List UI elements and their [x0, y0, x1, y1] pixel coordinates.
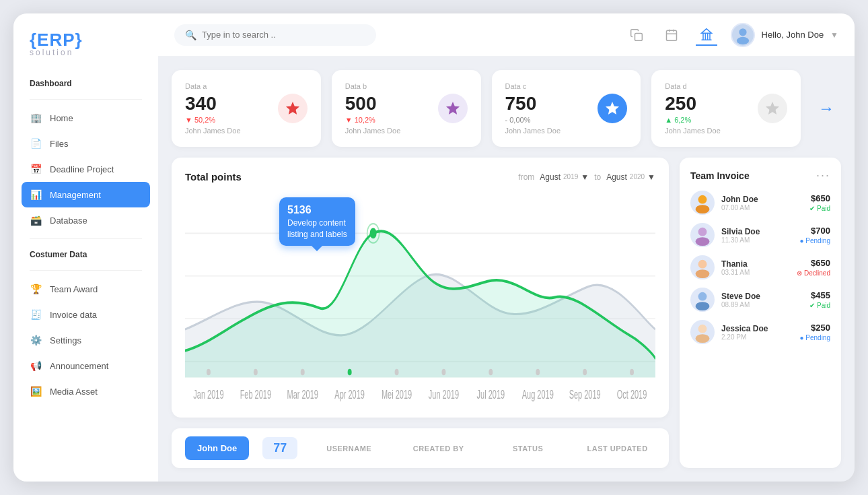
team-invoice-panel: Team Invoice ··· John Doe 07.00 AM $650	[680, 158, 841, 468]
sidebar-item-announcement[interactable]: 📢 Announcement	[13, 353, 158, 378]
invoice-name-jessica: Jessica Doe	[721, 324, 793, 333]
from-dropdown[interactable]: Agust 2019 ▼	[540, 172, 589, 182]
svg-point-33	[696, 237, 710, 246]
home-icon: 🏢	[30, 112, 42, 124]
announcement-icon: 📢	[30, 360, 42, 372]
chart-section: Total points from Agust 2019 ▼ to	[172, 158, 669, 468]
invoice-name-silvia: Silvia Doe	[721, 227, 793, 236]
invoice-icon: 🧾	[30, 308, 42, 321]
invoice-avatar-silvia	[690, 223, 715, 247]
invoice-item-john: John Doe 07.00 AM $650 ✔ Paid	[690, 191, 830, 215]
stat-info-c: Data c 750 - 0,00% John James Doe	[505, 82, 561, 135]
chart-card: Total points from Agust 2019 ▼ to	[172, 158, 669, 418]
sidebar-item-label: Media Asset	[50, 387, 98, 397]
chart-svg: Jan 2019 Feb 2019 Mar 2019 Apr 2019 Mei …	[185, 191, 655, 404]
management-icon: 📊	[30, 189, 42, 201]
sidebar-item-invoice-data[interactable]: 🧾 Invoice data	[13, 302, 158, 327]
search-box[interactable]: 🔍	[174, 24, 376, 46]
copy-icon-btn[interactable]	[626, 24, 647, 46]
score-badge: 77	[262, 437, 297, 459]
invoice-info-silvia: Silvia Doe 11.30 AM	[721, 227, 793, 244]
stat-info-b: Data b 500 ▼ 10,2% John James Doe	[345, 82, 401, 135]
stat-person-c: John James Doe	[505, 127, 561, 135]
john-doe-button[interactable]: John Doe	[185, 436, 249, 460]
invoice-time-jessica: 2.20 PM	[721, 333, 793, 341]
content: Data a 340 ▼ 50,2% John James Doe Data b…	[158, 57, 855, 482]
svg-point-17	[536, 369, 540, 376]
stat-label-c: Data c	[505, 82, 561, 90]
sidebar-item-database[interactable]: 🗃️ Database	[13, 207, 158, 233]
stat-icon-a	[278, 94, 308, 123]
invoice-info-john: John Doe 07.00 AM	[721, 195, 803, 211]
avatar	[731, 23, 755, 47]
sidebar-item-home[interactable]: 🏢 Home	[13, 105, 158, 131]
svg-text:Jul 2019: Jul 2019	[477, 389, 505, 401]
invoice-name-thania: Thania	[721, 259, 790, 269]
invoice-info-jessica: Jessica Doe 2.20 PM	[721, 324, 793, 341]
search-input[interactable]	[202, 30, 336, 40]
sidebar-divider-1	[30, 99, 142, 100]
sidebar-item-media[interactable]: 🖼️ Media Asset	[13, 378, 158, 404]
invoice-time-steve: 08.89 AM	[721, 301, 803, 308]
invoice-item-jessica: Jessica Doe 2.20 PM $250 ● Pending	[690, 320, 830, 344]
svg-point-39	[696, 334, 710, 343]
from-year: 2019	[563, 173, 578, 180]
user-area[interactable]: Hello, John Doe ▼	[731, 23, 838, 47]
svg-point-2	[739, 28, 746, 36]
stat-person-b: John James Doe	[345, 127, 401, 135]
invoice-time-silvia: 11.30 AM	[721, 236, 793, 244]
sidebar-item-team-award[interactable]: 🏆 Team Award	[13, 276, 158, 302]
invoice-info-thania: Thania 03.31 AM	[721, 259, 790, 276]
user-name: Hello, John Doe	[762, 30, 824, 40]
from-label: from	[518, 172, 534, 182]
stat-info-a: Data a 340 ▼ 50,2% John James Doe	[185, 82, 241, 135]
invoice-item-silvia: Silvia Doe 11.30 AM $700 ● Pending	[690, 223, 830, 247]
sidebar-item-management[interactable]: 📊 Management	[22, 182, 150, 207]
invoice-amount-jessica: $250	[799, 323, 830, 333]
svg-point-36	[698, 292, 707, 301]
calendar-icon-btn[interactable]	[661, 24, 682, 46]
stat-icon-c	[598, 94, 627, 123]
next-arrow-btn[interactable]: →	[811, 94, 841, 123]
svg-point-14	[395, 369, 399, 376]
invoice-more-btn[interactable]: ···	[816, 168, 830, 183]
sidebar-item-label: Announcement	[50, 361, 108, 371]
sidebar-item-files[interactable]: 📄 Files	[13, 131, 158, 156]
invoice-right-jessica: $250 ● Pending	[799, 323, 830, 341]
invoice-avatar-thania	[690, 255, 715, 279]
chart-area: 5136 Develop contentlisting and labels	[185, 191, 655, 404]
bank-icon-btn[interactable]	[696, 24, 717, 46]
sidebar-item-settings[interactable]: ⚙️ Settings	[13, 327, 158, 353]
stat-change-b: ▼ 10,2%	[345, 116, 401, 124]
stats-row: Data a 340 ▼ 50,2% John James Doe Data b…	[172, 70, 841, 147]
svg-text:Mar 2019: Mar 2019	[287, 389, 318, 401]
svg-rect-1	[666, 30, 676, 40]
main-area: 🔍 Hello, John Doe ▼	[158, 13, 855, 482]
sidebar-item-label: Deadline Project	[50, 164, 114, 174]
chevron-down-from-icon: ▼	[581, 172, 589, 182]
stat-person-a: John James Doe	[185, 127, 241, 135]
media-icon: 🖼️	[30, 385, 42, 397]
svg-point-10	[207, 369, 211, 376]
sidebar-item-deadline[interactable]: 📅 Deadline Project	[13, 156, 158, 182]
database-icon: 🗃️	[30, 214, 42, 226]
sidebar-section-customer: Costumer Data	[13, 250, 158, 265]
invoice-status-thania: ⊗ Declined	[797, 269, 830, 277]
stat-person-d: John James Doe	[665, 127, 721, 135]
sidebar-item-label: Database	[50, 216, 87, 226]
stat-card-d: Data d 250 ▲ 6,2% John James Doe	[651, 70, 801, 147]
deadline-icon: 📅	[30, 163, 42, 175]
svg-point-35	[696, 269, 710, 278]
stat-value-a: 340	[185, 93, 241, 114]
sidebar-item-label: Settings	[50, 335, 81, 345]
stat-label-d: Data d	[665, 82, 721, 90]
svg-point-11	[254, 369, 258, 376]
invoice-title: Team Invoice	[690, 170, 750, 181]
invoice-avatar-jessica	[690, 320, 715, 344]
invoice-item-steve: Steve Doe 08.89 AM $455 ✔ Paid	[690, 288, 830, 312]
tooltip-value: 5136	[287, 203, 347, 218]
logo-sub: solution	[30, 48, 142, 57]
search-icon: 🔍	[185, 30, 196, 40]
sidebar-item-label: Management	[50, 190, 101, 200]
to-dropdown[interactable]: Agust 2020 ▼	[606, 172, 655, 182]
